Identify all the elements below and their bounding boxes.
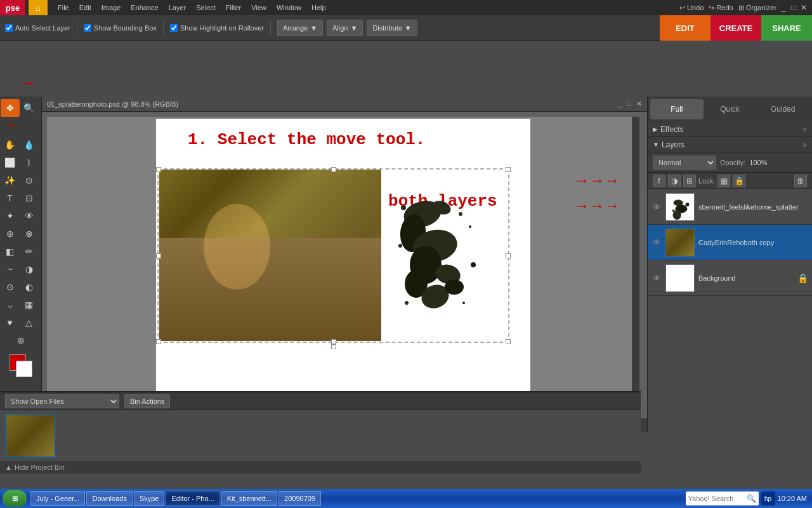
svg-point-8 <box>445 279 464 295</box>
menu-file[interactable]: File <box>53 0 74 15</box>
move-tool[interactable]: ✥ <box>1 99 20 117</box>
hide-project-bin[interactable]: ▲ Hide Project Bin <box>0 461 641 474</box>
menu-edit[interactable]: Edit <box>74 0 96 15</box>
blur-tool[interactable]: ⊙ <box>1 278 20 296</box>
tab-full[interactable]: Full <box>650 99 704 119</box>
arrange-button[interactable]: Arrange ▼ <box>277 20 323 36</box>
smart-brush-tool[interactable]: ⊛ <box>11 331 30 349</box>
menu-select[interactable]: Select <box>191 0 221 15</box>
svg-point-9 <box>401 205 406 210</box>
doc-close[interactable]: ✕ <box>636 100 642 108</box>
marquee-tool[interactable]: ⬜ <box>1 154 20 171</box>
svg-point-20 <box>672 209 675 211</box>
effects-header[interactable]: ▶ Effects » <box>648 122 812 137</box>
taskbar-item-0[interactable]: July - Gener... <box>30 491 85 506</box>
app-icon: pse <box>0 0 25 15</box>
layers-header[interactable]: ▼ Layers » <box>648 137 812 152</box>
layer-item-photo[interactable]: 👁 CodyErinRehoboth copy <box>648 225 812 260</box>
magic-wand-tool[interactable]: ✨ <box>1 171 20 189</box>
eyedrop-tool[interactable]: 💧 <box>20 136 39 154</box>
healing-tool[interactable]: ⊗ <box>20 225 39 243</box>
menu-filter[interactable]: Filter <box>221 0 246 15</box>
layer-item-splatter[interactable]: 👁 sbennett_feelslikehome_splatter <box>648 189 812 225</box>
taskbar-item-1[interactable]: Downloads <box>86 491 132 506</box>
shape-tool[interactable]: ♥ <box>1 314 20 331</box>
redo-button[interactable]: ↪ Redo <box>709 4 733 12</box>
zoom-tool[interactable]: 🔍 <box>20 99 39 117</box>
effects-more-icon[interactable]: » <box>802 125 807 134</box>
type-tool[interactable]: T <box>1 189 20 207</box>
tab-create[interactable]: CREATE <box>710 15 761 41</box>
svg-point-13 <box>471 262 476 267</box>
tab-guided[interactable]: Guided <box>756 99 809 119</box>
cookie-cutter-tool[interactable]: ✦ <box>1 207 20 225</box>
taskbar-search: 🔍 <box>686 491 759 505</box>
crop-tool[interactable]: ⊡ <box>20 189 39 207</box>
lock-all-icon[interactable]: 🔒 <box>733 175 745 187</box>
layer-item-background[interactable]: 👁 Background 🔒 <box>648 260 812 296</box>
close-button[interactable]: ✕ <box>801 3 807 12</box>
pencil-tool[interactable]: △ <box>20 314 39 331</box>
stamp-tool[interactable]: ⊕ <box>1 225 20 243</box>
undo-button[interactable]: ↩ Undo <box>679 4 704 12</box>
doc-maximize[interactable]: □ <box>627 100 631 108</box>
taskbar-item-2[interactable]: Skype <box>134 491 165 506</box>
bin-actions-button[interactable]: Bin Actions <box>124 394 170 408</box>
menu-layer[interactable]: Layer <box>164 0 192 15</box>
layer-style-icon[interactable]: f <box>653 175 665 187</box>
start-button[interactable]: ⊞ <box>3 490 27 507</box>
sponge-tool[interactable]: ◐ <box>20 278 39 296</box>
menu-help[interactable]: Help <box>306 0 331 15</box>
tab-quick[interactable]: Quick <box>704 99 757 119</box>
svg-point-12 <box>398 244 402 248</box>
delete-layer-btn[interactable]: 🗑 <box>794 175 807 187</box>
layer-visibility-background[interactable]: 👁 <box>652 273 662 283</box>
layer-fx-icon[interactable]: ◑ <box>668 175 681 187</box>
tab-share[interactable]: SHARE <box>761 15 812 41</box>
home-icon[interactable]: ⌂ <box>29 0 48 15</box>
menu-window[interactable]: Window <box>272 0 306 15</box>
menu-view[interactable]: View <box>246 0 272 15</box>
layers-more-icon[interactable]: » <box>802 140 807 149</box>
background-color[interactable] <box>16 361 32 377</box>
paint-bucket-tool[interactable]: ⌵ <box>1 296 20 314</box>
distribute-button[interactable]: Distribute ▼ <box>367 20 417 36</box>
auto-select-layer-check[interactable]: Auto Select Layer <box>5 24 70 32</box>
svg-point-10 <box>459 212 462 216</box>
minimize-button[interactable]: _ <box>782 3 786 12</box>
eraser-tool[interactable]: ◧ <box>1 243 20 260</box>
taskbar-item-3[interactable]: Editor - Pho... <box>166 491 219 506</box>
layer-link-icon[interactable]: ⊞ <box>683 175 696 187</box>
selection-brush-tool[interactable]: ⊙ <box>20 171 39 189</box>
organizer-button[interactable]: ⊞ Organizer <box>738 4 776 12</box>
bin-files-select[interactable]: Show Open Files <box>5 394 119 408</box>
taskbar-item-4[interactable]: Kit_sbennett... <box>221 491 277 506</box>
menu-image[interactable]: Image <box>96 0 126 15</box>
smudge-tool[interactable]: ~ <box>1 260 20 278</box>
dodge-burn-tool[interactable]: ◑ <box>20 260 39 278</box>
layer-visibility-splatter[interactable]: 👁 <box>652 202 662 212</box>
maximize-button[interactable]: □ <box>791 3 796 12</box>
hp-logo: hp <box>761 491 775 505</box>
blend-mode-select[interactable]: Normal <box>653 156 716 170</box>
show-bounding-box-check[interactable]: Show Bounding Box <box>84 24 157 32</box>
taskbar-item-5[interactable]: 20090709 <box>278 491 321 506</box>
hand-tool[interactable]: ✋ <box>1 136 20 154</box>
bin-thumbnail[interactable] <box>5 413 56 458</box>
redeye-tool[interactable]: 👁 <box>20 207 39 225</box>
tab-edit[interactable]: EDIT <box>660 15 710 41</box>
show-highlight-check[interactable]: Show Highlight on Rollover <box>170 24 264 32</box>
lock-pixels-icon[interactable]: ▦ <box>717 175 730 187</box>
align-button[interactable]: Align ▼ <box>327 20 363 36</box>
layer-visibility-photo[interactable]: 👁 <box>652 237 662 248</box>
lasso-tool[interactable]: ⌇ <box>20 154 39 171</box>
menu-enhance[interactable]: Enhance <box>126 0 163 15</box>
search-icon[interactable]: 🔍 <box>747 494 756 503</box>
layer-name-photo: CodyErinRehoboth copy <box>698 239 808 246</box>
doc-minimize[interactable]: _ <box>618 100 622 108</box>
search-input[interactable] <box>688 495 745 502</box>
left-toolbar: ✥ 🔍 → ✋ 💧 ⬜ ⌇ ✨ ⊙ T ⊡ ✦ 👁 ⊕ ⊗ <box>0 97 42 432</box>
gradient-tool[interactable]: ▦ <box>20 296 39 314</box>
brush-tool[interactable]: ✏ <box>20 243 39 260</box>
vertical-scrollbar[interactable] <box>632 117 639 413</box>
